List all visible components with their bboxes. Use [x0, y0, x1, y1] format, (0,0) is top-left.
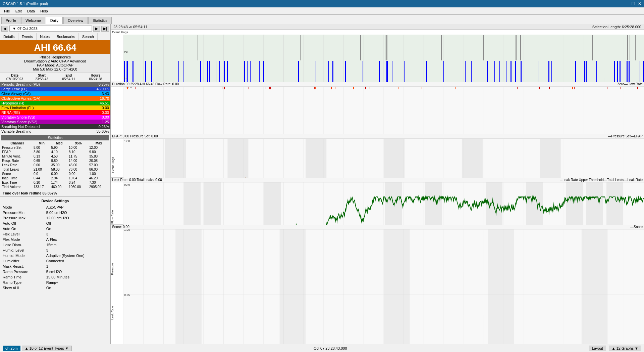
event-row-8: Vibratory Snore (VS2)1.25	[0, 120, 110, 124]
stat-channel-9: Tidal Volume	[1, 185, 33, 189]
col-95: 95%	[68, 141, 89, 145]
tab-details[interactable]: Details	[0, 33, 18, 40]
stat-channel-8: Exp. Time	[1, 180, 33, 185]
stat-p95-4: 45.00	[68, 163, 89, 167]
stat-max-2: 35.88	[89, 154, 109, 159]
tab-events[interactable]: Events	[18, 33, 37, 40]
status-timestamp: Oct 07 23:28:43.000	[314, 346, 347, 350]
device-setting-0: ModeAutoCPAP	[2, 205, 108, 210]
ds-label-0: Mode	[2, 205, 45, 210]
col-med: Med	[50, 141, 68, 145]
device-model: DreamStation 2 Auto CPAP Advanced	[1, 59, 109, 63]
event-value-10: 35.60%	[97, 129, 109, 133]
stat-min-5: 21.00	[33, 167, 51, 172]
nav-next-button[interactable]: ▶	[93, 26, 100, 32]
time-range: 23:28:43 -> 05:54:11	[113, 25, 148, 29]
charts-area: 23:28:43 -> 05:54:11 Selection Length: 6…	[111, 24, 644, 344]
pressure-panel: EPAP: 0.00 Pressure Set: 0.00 —Pressure …	[111, 134, 644, 178]
stat-channel-2: Minute Vent.	[1, 154, 33, 159]
app-title: OSCAR 1.5.1 (Profile: paul)	[3, 2, 48, 6]
stat-p95-6: 0.00	[68, 172, 89, 176]
event-flags-title: Event Flags	[112, 31, 128, 34]
stat-p95-8: 3.24	[68, 180, 89, 185]
stat-channel-7: Insp. Time	[1, 176, 33, 180]
leak-rate-panel: Leak Rate: 0.00 Total Leaks: 0.00 --Leak…	[111, 178, 644, 225]
stat-max-4: 57.00	[89, 163, 109, 167]
event-label-0: Periodic Breathing (PB)	[1, 82, 40, 86]
nav-date-text: 07 Oct 2023	[17, 27, 38, 31]
menu-edit[interactable]: Edit	[13, 8, 24, 14]
ds-value-0: AutoCPAP	[46, 205, 108, 210]
ds-label-11: Mask Resist.	[2, 264, 45, 269]
nav-prev-button[interactable]: ◀	[1, 26, 8, 32]
tab-search[interactable]: Search	[79, 33, 98, 40]
stat-max-9: 2905.09	[89, 185, 109, 189]
ds-value-2: 12.00 cmH2O	[46, 216, 108, 220]
device-setting-5: Flex Level3	[2, 232, 108, 236]
stat-med-8: 1.74	[50, 180, 68, 185]
nav-jump-button[interactable]: ▶|	[101, 26, 109, 32]
ds-label-9: Humid. Mode	[2, 253, 45, 258]
ds-label-14: Ramp Type	[2, 280, 45, 285]
device-settings-table: ModeAutoCPAPPressure Min5.00 cmH2OPressu…	[1, 204, 109, 291]
event-types-button[interactable]: ▲ 10 of 12 Event Types ▼	[22, 346, 72, 351]
tab-notes[interactable]: Notes	[37, 33, 53, 40]
main-area: ◀ ▼ 07 Oct 2023 ▶ ▶| Details Events Note…	[0, 24, 644, 344]
col-max: Max	[89, 141, 109, 145]
event-row-9: Breathing Not Detected0.26%	[0, 124, 110, 129]
session-hours: 06:24:28	[82, 77, 109, 81]
device-settings-title: Device Settings	[1, 199, 109, 203]
tab-welcome[interactable]: Welcome	[21, 17, 45, 24]
stat-max-6: 1.00	[89, 172, 109, 176]
statusbar: 6h 25m ▲ 10 of 12 Event Types ▼ Oct 07 2…	[0, 344, 644, 352]
nav-dropdown-arrow[interactable]: ▼	[12, 27, 16, 31]
stat-min-7: 0.44	[33, 176, 51, 180]
titlebar-controls: — ❐ ✕	[625, 1, 641, 6]
tab-bookmarks[interactable]: Bookmarks	[53, 33, 79, 40]
stats-row-8: Exp. Time0.101.743.247.30	[1, 180, 109, 185]
event-row-4: Hypopnea (H)46.51	[0, 101, 110, 105]
minimize-button[interactable]: —	[625, 1, 629, 6]
ahi-box: AHI 66.64	[0, 40, 110, 54]
stat-min-0: 5.00	[33, 145, 51, 150]
snore-header: Snore: 0.00 —Snore	[111, 225, 644, 229]
ds-value-13: 15.00 Minutes	[46, 275, 108, 279]
tab-daily[interactable]: Daily	[46, 17, 63, 24]
device-setting-1: Pressure Min5.00 cmH2O	[2, 210, 108, 215]
menu-file[interactable]: File	[1, 8, 13, 14]
snore-canvas	[123, 229, 644, 344]
event-label-10: Variable Breathing	[1, 129, 32, 133]
event-value-9: 0.26%	[99, 125, 109, 129]
charts-scroll[interactable]: Event Flags Event Flags Duration 06:25:2…	[111, 30, 644, 344]
menu-help[interactable]: Help	[38, 8, 51, 14]
menu-data[interactable]: Data	[24, 8, 38, 14]
ds-value-3: Off	[46, 221, 108, 226]
event-row-3: Obstructive Apnea (OA)16.70	[0, 96, 110, 101]
end-header: End	[55, 74, 82, 77]
stat-med-3: 9.80	[50, 159, 68, 163]
snore-plot	[123, 229, 644, 344]
ahi-big-value: AHI 66.64	[1, 42, 109, 53]
event-flags-panel: Event Flags Event Flags	[111, 30, 644, 82]
event-label-1: Large Leak (LL)	[1, 87, 28, 91]
start-header: Start	[28, 74, 55, 77]
graphs-button[interactable]: ▲ 12 Graphs ▼	[609, 346, 641, 351]
stat-max-1: 9.80	[89, 150, 109, 154]
statusbar-left: 6h 25m ▲ 10 of 12 Event Types ▼	[3, 346, 72, 351]
maximize-button[interactable]: ❐	[632, 1, 635, 6]
snore-content: Snore	[111, 229, 644, 344]
tab-profile[interactable]: Profile	[1, 17, 20, 24]
tab-statistics[interactable]: Statistics	[88, 17, 112, 24]
layout-button[interactable]: Layout	[589, 346, 606, 351]
stat-p95-9: 1060.00	[68, 185, 89, 189]
event-value-8: 1.25	[102, 120, 109, 124]
stats-row-6: Snore0.00.000.001.00	[1, 172, 109, 176]
device-setting-3: Auto OffOff	[2, 221, 108, 226]
tab-overview[interactable]: Overview	[63, 17, 88, 24]
event-row-0: Periodic Breathing (PB)0.75%	[0, 82, 110, 87]
stats-row-7: Insp. Time0.442.9410.0446.20	[1, 176, 109, 180]
close-button[interactable]: ✕	[638, 1, 641, 6]
stats-row-5: Total Leaks21.0058.0076.0086.00	[1, 167, 109, 172]
device-setting-10: HumidifierConnected	[2, 259, 108, 263]
device-setting-2: Pressure Max12.00 cmH2O	[2, 216, 108, 220]
